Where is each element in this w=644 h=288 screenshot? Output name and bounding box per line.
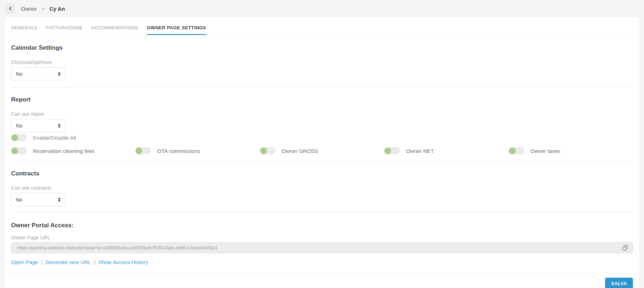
toggle-knob	[384, 148, 391, 154]
settings-card: GENERALE FATTURAZIONE ACCOMMODATIONS OWN…	[5, 17, 639, 288]
chiusura-apertura-value: No	[16, 71, 22, 77]
chiusura-apertura-label: Chiusura/Apertura	[11, 59, 633, 65]
calendar-settings-title: Calendar Settings	[11, 44, 633, 51]
owner-net-toggle[interactable]	[384, 147, 400, 154]
owner-gross-toggle[interactable]	[260, 147, 276, 154]
portal-links-row: Open Page | Generate new URL | Show Acce…	[11, 259, 633, 265]
ota-commissions-label: OTA commissions	[157, 148, 200, 154]
owner-page-url-label: Owner Page URL	[11, 235, 633, 240]
chiusura-apertura-select[interactable]: No	[11, 67, 65, 80]
tab-accommodations[interactable]: ACCOMMODATIONS	[91, 25, 139, 35]
copy-url-button[interactable]	[622, 244, 629, 252]
reservation-cleaning-fees-label: Reservation cleaning fees	[33, 148, 95, 154]
toggle-knob	[11, 148, 18, 154]
breadcrumb: Owner > Cy An	[21, 6, 65, 12]
breadcrumb-parent[interactable]: Owner	[21, 6, 37, 12]
toggle-row-owner-taxes: Owner taxes	[509, 147, 633, 154]
footer-bar: SALVA	[5, 273, 639, 288]
link-separator: |	[94, 259, 95, 265]
ota-commissions-toggle[interactable]	[135, 147, 151, 154]
section-divider	[11, 87, 633, 87]
breadcrumb-current: Cy An	[50, 6, 65, 12]
enable-disable-all-toggle[interactable]	[11, 134, 27, 141]
can-see-contracts-label: Can see contracts	[11, 185, 633, 191]
owner-gross-label: Owner GROSS	[282, 148, 318, 154]
owner-portal-access-title: Owner Portal Access:	[11, 222, 633, 229]
chevron-left-icon	[8, 6, 13, 11]
report-toggles-grid: Reservation cleaning fees OTA commission…	[11, 147, 633, 154]
owner-net-label: Owner NET	[406, 148, 434, 154]
contracts-title: Contracts	[11, 170, 633, 177]
back-button[interactable]	[5, 4, 15, 14]
tab-generale[interactable]: GENERALE	[11, 25, 37, 35]
tab-owner-page-settings[interactable]: OWNER PAGE SETTINGS	[147, 25, 206, 35]
select-up-down-arrows-icon	[58, 72, 61, 76]
owner-taxes-toggle[interactable]	[509, 147, 524, 154]
copy-icon	[622, 245, 628, 251]
toggle-row-reservation-cleaning-fees: Reservation cleaning fees	[11, 147, 135, 154]
select-up-down-arrows-icon	[58, 198, 61, 202]
reservation-cleaning-fees-toggle[interactable]	[11, 147, 27, 154]
generate-new-url-link[interactable]: Generate new URL	[45, 259, 91, 265]
enable-disable-all-row: Enable/Disable All	[11, 134, 633, 141]
toggle-knob	[11, 134, 18, 141]
can-see-report-label: Can see report	[11, 111, 633, 117]
breadcrumb-separator: >	[42, 6, 45, 11]
select-up-down-arrows-icon	[58, 124, 61, 128]
save-button[interactable]: SALVA	[605, 278, 633, 288]
can-see-contracts-select[interactable]: No	[11, 193, 65, 206]
toggle-knob	[260, 148, 267, 154]
section-divider	[11, 161, 633, 161]
show-access-history-link[interactable]: Show Access History	[98, 259, 148, 265]
owner-page-url-field: https://gamma.wubook.net/kvi/vr/view/?p=…	[11, 242, 633, 253]
section-divider	[11, 213, 633, 213]
toggle-row-ota-commissions: OTA commissions	[135, 147, 260, 154]
toggle-knob	[509, 148, 515, 154]
toggle-row-owner-net: Owner NET	[384, 147, 508, 154]
tab-fatturazione[interactable]: FATTURAZIONE	[46, 25, 83, 35]
can-see-contracts-value: No	[16, 197, 22, 203]
tab-bar: GENERALE FATTURAZIONE ACCOMMODATIONS OWN…	[5, 17, 639, 35]
report-title: Report	[11, 96, 633, 103]
owner-page-url-value: https://gamma.wubook.net/kvi/vr/view/?p=…	[17, 245, 622, 250]
owner-taxes-label: Owner taxes	[530, 148, 560, 154]
toggle-knob	[136, 148, 142, 154]
can-see-report-select[interactable]: No	[11, 119, 65, 132]
link-separator: |	[41, 259, 42, 265]
toggle-row-owner-gross: Owner GROSS	[260, 147, 384, 154]
enable-disable-all-label: Enable/Disable All	[33, 135, 76, 141]
open-page-link[interactable]: Open Page	[11, 259, 38, 265]
top-bar: Owner > Cy An	[0, 0, 644, 17]
can-see-report-value: No	[16, 123, 22, 129]
